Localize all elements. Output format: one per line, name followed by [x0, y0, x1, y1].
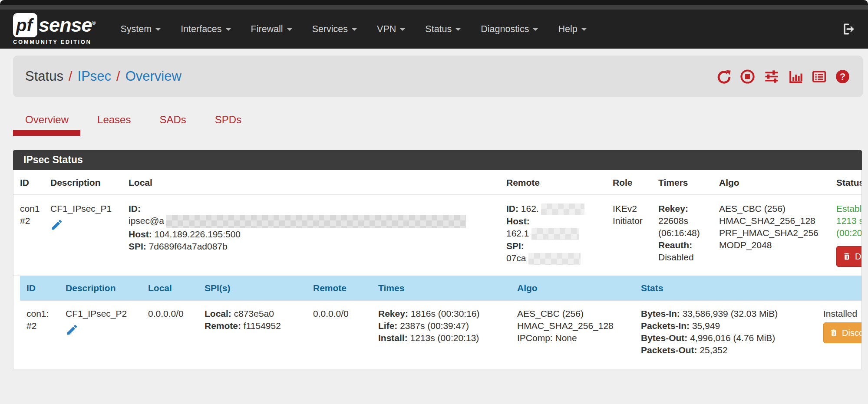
breadcrumb-separator: / — [69, 69, 73, 84]
col-id: ID — [13, 170, 44, 195]
table-scroll-region[interactable]: ID Description Local Remote Role Timers … — [13, 170, 862, 369]
logo-sense-text: sense® — [39, 14, 95, 36]
child-header-row: ID Description Local SPI(s) Remote Times… — [20, 276, 862, 301]
col-child-description: Description — [59, 276, 142, 301]
col-child-local: Local — [142, 276, 198, 301]
caret-down-icon — [533, 28, 538, 31]
help-icon[interactable]: ? — [835, 69, 851, 85]
col-child-times: Times — [372, 276, 511, 301]
refresh-icon[interactable] — [716, 69, 732, 85]
nav-item-system[interactable]: System — [120, 24, 161, 35]
ipsec-status-panel: IPsec Status ID Description Local Remote… — [13, 150, 862, 369]
col-child-id: ID — [20, 276, 59, 301]
caret-down-icon — [455, 28, 461, 31]
list-icon[interactable] — [811, 69, 827, 85]
col-description: Description — [44, 170, 122, 195]
trash-icon — [842, 252, 851, 261]
col-child-stats: Stats — [634, 276, 817, 301]
breadcrumb: Status/IPsec/Overview — [25, 69, 182, 84]
edit-pencil-icon[interactable] — [50, 218, 116, 231]
col-child-remote: Remote — [307, 276, 372, 301]
cell-child-local: 0.0.0.0/0 — [142, 301, 198, 362]
nav-item-status[interactable]: Status — [425, 24, 461, 35]
child-sa-container-row: ID Description Local SPI(s) Remote Times… — [13, 276, 862, 369]
pf-logo-mark: pf — [13, 13, 37, 37]
disconnect-child-button[interactable]: Disconnect — [823, 322, 862, 343]
nav-menu: SystemInterfacesFirewallServicesVPNStatu… — [120, 24, 606, 35]
cell-description: CF1_IPsec_P1 — [44, 195, 122, 276]
caret-down-icon — [287, 28, 292, 31]
col-child-algo: Algo — [511, 276, 634, 301]
established-status-text: Established1213 seconds(00:20:13) ago — [836, 203, 862, 239]
breadcrumb-separator: / — [116, 69, 120, 84]
tab-spds[interactable]: SPDs — [215, 114, 241, 133]
col-child-status — [817, 276, 862, 301]
cell-child-id: con1:#2 — [20, 301, 59, 362]
window-chrome-strip — [0, 5, 868, 10]
cell-timers: Rekey:22608s(06:16:48)Reauth:Disabled — [652, 195, 713, 276]
breadcrumb-overview[interactable]: Overview — [125, 69, 182, 84]
edit-pencil-icon[interactable] — [66, 323, 135, 336]
cell-child-stats: Bytes-In: 33,586,939 (32.03 MiB)Packets-… — [634, 301, 817, 362]
breadcrumb-ipsec[interactable]: IPsec — [78, 69, 112, 84]
nav-item-firewall[interactable]: Firewall — [251, 24, 292, 35]
col-status: Status — [830, 170, 862, 195]
nav-item-vpn[interactable]: VPN — [377, 24, 405, 35]
col-timers: Timers — [652, 170, 713, 195]
nav-item-help[interactable]: Help — [558, 24, 586, 35]
main-navbar: pf sense® COMMUNITY EDITION SystemInterf… — [0, 10, 868, 49]
child-description: CF1_IPsec_P2 — [66, 308, 135, 320]
panel-title: IPsec Status — [13, 150, 862, 170]
redacted-remote-id — [541, 204, 584, 215]
connection-description: CF1_IPsec_P1 — [50, 203, 116, 215]
logout-button[interactable] — [841, 22, 855, 36]
ike-header-row: ID Description Local Remote Role Timers … — [13, 170, 862, 195]
breadcrumb-actions: ? — [716, 69, 851, 85]
sign-out-icon — [841, 22, 855, 36]
breadcrumb-status: Status — [25, 69, 63, 84]
disconnect-button[interactable]: Disconnect — [836, 246, 862, 267]
bar-chart-icon[interactable] — [788, 69, 804, 85]
redacted-remote-spi — [528, 253, 581, 265]
cell-child-algo: AES_CBC (256)HMAC_SHA2_256_128IPComp: No… — [511, 301, 634, 362]
col-local: Local — [122, 170, 500, 195]
redacted-remote-host — [531, 228, 579, 240]
cell-remote: ID: 162. Host: 162.1 SPI: 07ca — [500, 195, 606, 276]
sliders-icon[interactable] — [763, 69, 780, 85]
col-algo: Algo — [713, 170, 830, 195]
cell-child-spis: Local: c873e5a0Remote: f1154952 — [198, 301, 307, 362]
pfsense-logo[interactable]: pf sense® COMMUNITY EDITION — [13, 13, 95, 45]
tab-leases[interactable]: Leases — [97, 114, 131, 133]
svg-text:?: ? — [840, 71, 846, 82]
caret-down-icon — [400, 28, 405, 31]
stop-icon[interactable] — [739, 69, 756, 85]
col-remote: Remote — [500, 170, 606, 195]
cell-child-status: Installed Disconnect — [817, 301, 862, 362]
cell-id: con1#2 — [13, 195, 44, 276]
ike-sa-table: ID Description Local Remote Role Timers … — [13, 170, 862, 369]
cell-algo: AES_CBC (256)HMAC_SHA2_256_128PRF_HMAC_S… — [713, 195, 830, 276]
cell-local: ID: ipsec@a Host: 104.189.226.195:500 SP… — [122, 195, 500, 276]
tab-sads[interactable]: SADs — [159, 114, 186, 133]
cell-child-remote: 0.0.0.0/0 — [307, 301, 372, 362]
col-child-spis: SPI(s) — [198, 276, 307, 301]
cell-status: Established1213 seconds(00:20:13) ago Di… — [830, 195, 862, 276]
child-sa-row: con1:#2 CF1_IPsec_P2 0.0.0.0/0 Local: c8… — [20, 301, 862, 362]
cell-role: IKEv2Initiator — [606, 195, 652, 276]
nav-item-diagnostics[interactable]: Diagnostics — [481, 24, 538, 35]
window-chrome-top — [0, 0, 868, 5]
breadcrumb-panel: Status/IPsec/Overview ? — [13, 56, 863, 97]
installed-status-text: Installed — [823, 308, 862, 320]
child-sa-table: ID Description Local SPI(s) Remote Times… — [20, 276, 862, 362]
redacted-local-id — [166, 215, 466, 228]
caret-down-icon — [581, 28, 587, 31]
nav-item-interfaces[interactable]: Interfaces — [181, 24, 231, 35]
col-role: Role — [606, 170, 652, 195]
trash-icon — [829, 328, 838, 337]
caret-down-icon — [352, 28, 357, 31]
tab-overview[interactable]: Overview — [25, 114, 69, 133]
subnav-tabs: OverviewLeasesSADsSPDs — [13, 114, 855, 133]
caret-down-icon — [155, 28, 161, 31]
nav-item-services[interactable]: Services — [312, 24, 357, 35]
ike-sa-row: con1#2 CF1_IPsec_P1 ID: ipsec@a Host: 10… — [13, 195, 862, 276]
